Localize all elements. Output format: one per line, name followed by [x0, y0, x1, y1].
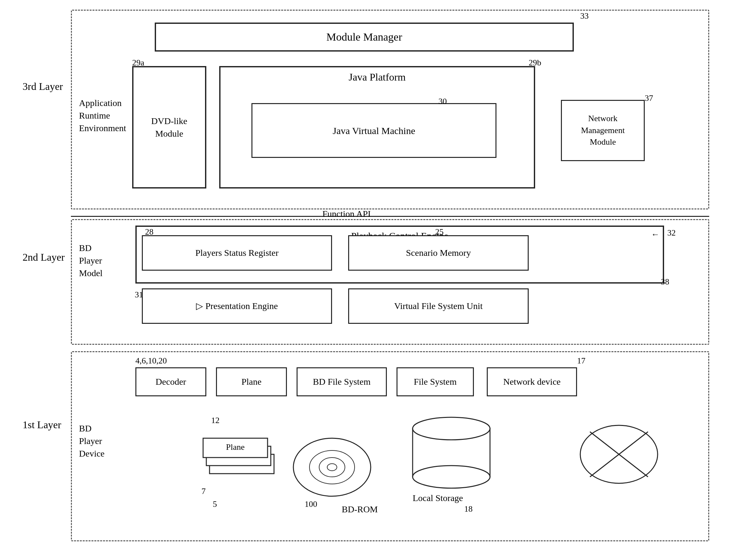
stacked-planes-svg: Plane — [200, 422, 284, 487]
third-layer-label: 3rd Layer — [23, 81, 63, 92]
first-layer-label: 1st Layer — [23, 419, 61, 431]
ref-4-6-10-20: 4,6,10,20 — [135, 356, 167, 366]
plane-box-top: Plane — [216, 367, 287, 396]
diagram-container: 3rd Layer ApplicationRuntimeEnvironment … — [19, 6, 722, 554]
bd-rom-disc-svg — [290, 416, 374, 499]
ref-37: 37 — [645, 93, 653, 103]
ref-32: 32 — [667, 228, 676, 238]
virtual-fs-box: Virtual File System Unit — [348, 288, 529, 324]
players-status-box: Players Status Register — [142, 235, 332, 271]
file-system-box: File System — [397, 367, 474, 396]
function-api-label: Function API — [322, 209, 371, 219]
java-vm-box: Java Virtual Machine — [251, 103, 497, 158]
local-storage-svg — [406, 412, 497, 490]
network-device-box: Network device — [487, 367, 577, 396]
bd-player-device-label: BDPlayerDevice — [79, 422, 104, 460]
module-manager-box: Module Manager — [155, 23, 574, 52]
ref-100: 100 — [305, 499, 317, 509]
presentation-engine-box: ▷ Presentation Engine — [142, 288, 332, 324]
function-api-line — [71, 216, 709, 217]
app-runtime-label: ApplicationRuntimeEnvironment — [79, 97, 121, 135]
dvd-like-box: DVD-likeModule — [132, 66, 206, 188]
svg-point-7 — [327, 464, 337, 471]
network-disc-svg — [574, 412, 664, 490]
ref-5: 5 — [213, 499, 217, 509]
bd-player-model-label: BDPlayerModel — [79, 242, 102, 280]
ref-38: 38 — [661, 277, 669, 287]
svg-point-10 — [413, 466, 490, 488]
ref-31: 31 — [135, 290, 143, 300]
ref-18: 18 — [464, 504, 473, 514]
ref-7: 7 — [201, 487, 206, 496]
ref-17: 17 — [577, 356, 585, 366]
ref-33: 33 — [580, 11, 589, 21]
ref-30: 30 — [439, 97, 447, 106]
bd-rom-label: BD-ROM — [342, 504, 378, 515]
scenario-memory-box: Scenario Memory — [348, 235, 529, 271]
network-mgmt-box: NetworkManagementModule — [561, 100, 645, 161]
local-storage-label: Local Storage — [413, 493, 463, 503]
svg-text:Plane: Plane — [226, 442, 245, 452]
decoder-box: Decoder — [135, 367, 206, 396]
svg-point-9 — [413, 417, 490, 440]
ref-32-arrow: ← — [651, 230, 660, 239]
second-layer-label: 2nd Layer — [23, 251, 65, 263]
bd-fs-box: BD File System — [296, 367, 387, 396]
